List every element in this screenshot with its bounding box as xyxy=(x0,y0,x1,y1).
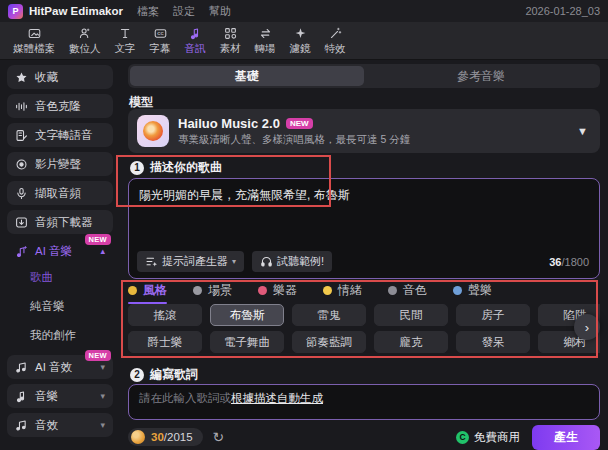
tag-rock[interactable]: 搖滾 xyxy=(128,304,202,326)
step-1-badge: 1 xyxy=(130,161,144,175)
category-style[interactable]: 風格 xyxy=(128,282,167,302)
star-icon xyxy=(15,71,35,84)
refresh-icon[interactable]: ↻ xyxy=(213,429,225,445)
voice-clone-icon xyxy=(15,100,35,113)
sidebar-item-capture-audio[interactable]: 擷取音頻 xyxy=(7,181,113,205)
sidebar-item-favorites[interactable]: 收藏 xyxy=(7,65,113,89)
coin-icon xyxy=(131,430,145,444)
mood-icon xyxy=(323,286,332,295)
new-badge: NEW xyxy=(85,234,111,245)
tab-basic[interactable]: 基礎 xyxy=(130,66,364,86)
category-timbre[interactable]: 音色 xyxy=(388,282,427,302)
song-description-text: 陽光明媚的早晨，充滿無限希望, 布魯斯 xyxy=(139,187,589,204)
chevron-down-icon: ▾ xyxy=(100,362,105,372)
sidebar-subitem-instrumental[interactable]: 純音樂 xyxy=(0,292,120,321)
style-tags-row-1: 搖滾 布魯斯 雷鬼 民間 房子 陷阱 xyxy=(128,304,600,326)
style-tags-row-2: 爵士樂 電子舞曲 節奏藍調 龐克 發呆 鄉村 xyxy=(128,331,600,353)
category-mood[interactable]: 情緒 xyxy=(323,282,362,302)
sample-listen-button[interactable]: 試聽範例! xyxy=(252,251,332,272)
sidebar-item-sfx[interactable]: 音效 ▾ xyxy=(7,413,113,437)
sidebar-item-ai-music[interactable]: AI 音樂 NEW ▴ xyxy=(7,239,113,263)
prompt-generator-icon xyxy=(145,255,162,268)
sidebar-item-ai-sfx[interactable]: AI 音效 NEW ▾ xyxy=(7,355,113,379)
chevron-down-icon: ▼ xyxy=(577,125,588,137)
downloader-icon xyxy=(15,216,35,229)
tag-rnb[interactable]: 節奏藍調 xyxy=(292,331,366,353)
microphone-icon xyxy=(15,187,35,200)
tag-house[interactable]: 房子 xyxy=(456,304,530,326)
tab-reference-music[interactable]: 參考音樂 xyxy=(364,66,598,86)
sidebar-item-text-to-speech[interactable]: 文字轉語音 xyxy=(7,123,113,147)
tool-digital-human[interactable]: 數位人 xyxy=(62,23,108,59)
tag-reggae[interactable]: 雷鬼 xyxy=(292,304,366,326)
hailuo-model-icon xyxy=(137,115,169,147)
effects-icon xyxy=(329,26,342,41)
sidebar-item-voice-clone[interactable]: 音色克隆 xyxy=(7,94,113,118)
tag-edm[interactable]: 電子舞曲 xyxy=(210,331,284,353)
app-window: P HitPaw Edimakor 檔案 設定 幫助 2026-01-28_03… xyxy=(0,0,608,450)
sidebar-item-video-voice[interactable]: 影片變聲 xyxy=(7,152,113,176)
tags-next-button[interactable]: › xyxy=(574,314,600,340)
footer-bar: 30/2015 ↻ C 免費商用 產生 xyxy=(128,424,600,450)
lyrics-input[interactable]: 請在此輸入歌詞或根據描述自動生成 xyxy=(128,384,600,420)
window-date: 2026-01-28_03 xyxy=(525,5,600,17)
category-instrument[interactable]: 樂器 xyxy=(258,282,297,302)
vocal-icon xyxy=(453,286,462,295)
char-counter: 36/1800 xyxy=(549,256,589,268)
subtitle-icon: CC xyxy=(154,26,167,41)
tool-text[interactable]: 文字 xyxy=(108,23,143,59)
model-selector[interactable]: Hailuo Music 2.0 NEW 專業級清晰人聲、多樣演唱風格，最長可達… xyxy=(128,109,600,153)
describe-section-header: 1 描述你的歌曲 xyxy=(130,159,222,176)
tag-daze[interactable]: 發呆 xyxy=(456,331,530,353)
auto-generate-link[interactable]: 根據描述自動生成 xyxy=(231,392,323,404)
menu-help[interactable]: 幫助 xyxy=(209,4,231,19)
sidebar-subitem-song[interactable]: 歌曲 xyxy=(0,263,120,292)
transition-icon xyxy=(259,26,272,41)
credits-counter: 30/2015 xyxy=(151,430,193,444)
tag-category-tabs: 風格 場景 樂器 情緒 音色 聲樂 xyxy=(128,282,600,302)
tool-subtitle[interactable]: CC 字幕 xyxy=(143,23,178,59)
menu-settings[interactable]: 設定 xyxy=(173,4,195,19)
chevron-up-icon: ▴ xyxy=(100,246,105,256)
tag-jazz[interactable]: 爵士樂 xyxy=(128,331,202,353)
prompt-generator-button[interactable]: 提示詞產生器 ▾ xyxy=(137,251,244,272)
main-panel: 基礎 參考音樂 模型 Hailuo Music 2.0 NEW 專業級清晰人聲、… xyxy=(120,60,608,450)
step-2-badge: 2 xyxy=(130,368,144,382)
copyright-free-icon: C xyxy=(456,431,469,444)
generate-button[interactable]: 產生 xyxy=(532,425,600,450)
tool-audio[interactable]: 音訊 xyxy=(178,23,213,59)
sidebar-subitem-my-creations[interactable]: 我的創作 xyxy=(0,321,120,350)
timbre-icon xyxy=(388,286,397,295)
video-voice-icon xyxy=(15,158,35,171)
sidebar-item-audio-downloader[interactable]: 音頻下載器 xyxy=(7,210,113,234)
tag-blues[interactable]: 布魯斯 xyxy=(210,304,284,326)
title-bar: P HitPaw Edimakor 檔案 設定 幫助 2026-01-28_03 xyxy=(0,0,608,22)
media-icon xyxy=(28,26,41,41)
tag-punk[interactable]: 龐克 xyxy=(374,331,448,353)
headset-icon xyxy=(260,255,277,268)
new-badge: NEW xyxy=(286,118,313,129)
category-scene[interactable]: 場景 xyxy=(193,282,232,302)
tool-transition[interactable]: 轉場 xyxy=(248,23,283,59)
sidebar-item-music[interactable]: 音樂 ▾ xyxy=(7,384,113,408)
app-title: HitPaw Edimakor xyxy=(29,5,123,17)
tag-folk[interactable]: 民間 xyxy=(374,304,448,326)
describe-title: 描述你的歌曲 xyxy=(150,159,222,176)
model-name: Hailuo Music 2.0 xyxy=(178,116,280,131)
menu-file[interactable]: 檔案 xyxy=(137,4,159,19)
sidebar: 收藏 音色克隆 文字轉語音 影片變聲 擷取音頻 音頻下載器 AI 音樂 NEW … xyxy=(0,60,120,450)
assets-icon xyxy=(224,26,237,41)
category-vocal[interactable]: 聲樂 xyxy=(453,282,492,302)
ai-music-icon xyxy=(15,245,35,258)
lyrics-placeholder: 請在此輸入歌詞或 xyxy=(139,392,231,404)
song-description-textarea[interactable]: 陽光明媚的早晨，充滿無限希望, 布魯斯 提示詞產生器 ▾ 試聽範例! 36/18… xyxy=(128,178,600,279)
svg-text:CC: CC xyxy=(157,31,164,36)
model-description: 專業級清晰人聲、多樣演唱風格，最長可達 5 分鐘 xyxy=(178,133,569,147)
new-badge: NEW xyxy=(85,350,111,361)
lyrics-title: 編寫歌詞 xyxy=(150,366,198,383)
tool-effects[interactable]: 特效 xyxy=(318,23,353,59)
tool-filter[interactable]: 濾鏡 xyxy=(283,23,318,59)
chevron-down-icon: ▾ xyxy=(232,257,236,266)
tool-assets[interactable]: 素材 xyxy=(213,23,248,59)
tool-media[interactable]: 媒體檔案 xyxy=(6,23,62,59)
